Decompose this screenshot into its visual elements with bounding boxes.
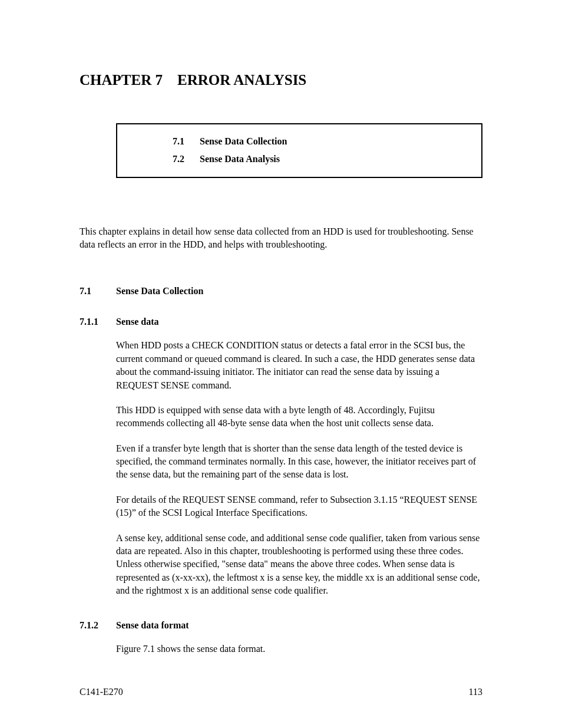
toc-row: 7.1 Sense Data Collection bbox=[129, 133, 470, 150]
subsection-num: 7.1.1 bbox=[80, 315, 116, 328]
intro-paragraph: This chapter explains in detail how sens… bbox=[80, 225, 482, 252]
body-paragraph: A sense key, additional sense code, and … bbox=[116, 532, 482, 598]
section-title: Sense Data Collection bbox=[116, 285, 203, 298]
body-paragraph: When HDD posts a CHECK CONDITION status … bbox=[116, 339, 482, 392]
toc-box: 7.1 Sense Data Collection 7.2 Sense Data… bbox=[116, 123, 482, 178]
subsection-title: Sense data format bbox=[116, 619, 189, 632]
body-paragraph: This HDD is equipped with sense data wit… bbox=[116, 404, 482, 430]
toc-label: Sense Data Collection bbox=[200, 135, 470, 148]
footer-doc-id: C141-E270 bbox=[80, 686, 123, 699]
toc-num: 7.2 bbox=[129, 153, 200, 166]
footer-page-number: 113 bbox=[469, 686, 482, 699]
toc-label: Sense Data Analysis bbox=[200, 153, 470, 166]
page-footer: C141-E270 113 bbox=[80, 686, 482, 699]
toc-row: 7.2 Sense Data Analysis bbox=[129, 150, 470, 168]
subsection-title: Sense data bbox=[116, 315, 158, 328]
subsection-heading-7-1-1: 7.1.1 Sense data bbox=[80, 315, 482, 328]
subsection-num: 7.1.2 bbox=[80, 619, 116, 632]
chapter-title: CHAPTER 7 ERROR ANALYSIS bbox=[80, 70, 482, 90]
body-paragraph: Even if a transfer byte length that is s… bbox=[116, 442, 482, 482]
body-paragraph: Figure 7.1 shows the sense data format. bbox=[116, 643, 482, 655]
subsection-heading-7-1-2: 7.1.2 Sense data format bbox=[80, 619, 482, 632]
section-heading-7-1: 7.1 Sense Data Collection bbox=[80, 285, 482, 298]
toc-num: 7.1 bbox=[129, 135, 200, 148]
body-paragraph: For details of the REQUEST SENSE command… bbox=[116, 493, 482, 520]
section-num: 7.1 bbox=[80, 285, 116, 298]
